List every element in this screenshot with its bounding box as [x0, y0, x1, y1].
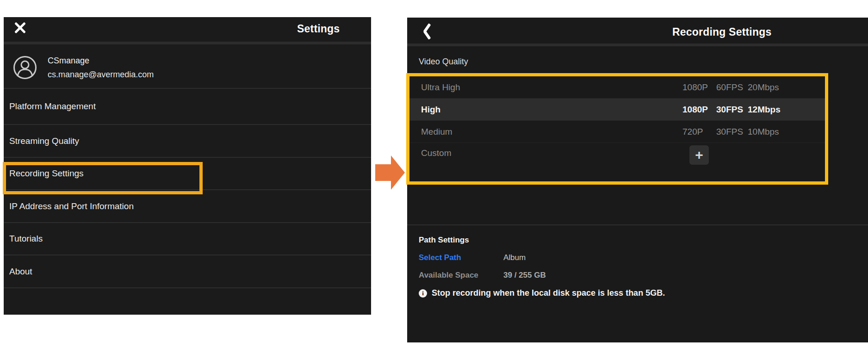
- disk-space-note-text: Stop recording when the local disk space…: [432, 288, 665, 298]
- profile-email: cs.manage@avermedia.com: [48, 70, 154, 80]
- quality-values: 1080P 30FPS 12Mbps: [682, 105, 781, 115]
- back-icon[interactable]: [422, 24, 432, 39]
- add-custom-quality-button[interactable]: +: [689, 145, 709, 165]
- menu-item-tutorials[interactable]: Tutorials: [4, 222, 371, 255]
- info-icon: i: [419, 289, 427, 298]
- quality-values: 1080P 60FPS 20Mbps: [682, 82, 779, 93]
- select-path-value: Album: [503, 253, 526, 262]
- disk-space-note: i Stop recording when the local disk spa…: [419, 288, 665, 298]
- menu-item-label: Tutorials: [9, 234, 43, 244]
- menu-item-recording-settings[interactable]: Recording Settings: [4, 157, 371, 189]
- quality-fps: 60FPS: [716, 82, 748, 93]
- quality-bitrate: 12Mbps: [748, 105, 781, 115]
- menu-spacer: [4, 287, 371, 313]
- quality-bitrate: 10Mbps: [748, 127, 779, 137]
- recording-settings-panel: Recording Settings Video Quality Ultra H…: [407, 18, 868, 342]
- available-space-label: Available Space: [419, 271, 478, 280]
- arrow-right-icon: [375, 155, 405, 190]
- menu-item-platform-management[interactable]: Platform Management: [4, 88, 371, 124]
- menu-item-ip-address-port[interactable]: IP Address and Port Information: [4, 189, 371, 222]
- account-profile[interactable]: CSmanage cs.manage@avermedia.com: [4, 46, 371, 88]
- recording-settings-header: Recording Settings: [407, 18, 868, 46]
- menu-item-label: Platform Management: [9, 101, 96, 112]
- quality-values: 720P 30FPS 10Mbps: [682, 127, 779, 137]
- quality-bitrate: 20Mbps: [748, 82, 779, 93]
- quality-name: Medium: [421, 127, 453, 137]
- menu-item-streaming-quality[interactable]: Streaming Quality: [4, 124, 371, 157]
- settings-menu: Platform Management Streaming Quality Re…: [4, 88, 371, 313]
- quality-option-high[interactable]: High 1080P 30FPS 12Mbps: [409, 98, 825, 120]
- path-settings-label: Path Settings: [419, 236, 469, 245]
- quality-fps: 30FPS: [716, 127, 748, 137]
- select-path-link[interactable]: Select Path: [419, 253, 461, 262]
- quality-name: High: [421, 105, 440, 115]
- close-icon[interactable]: [13, 21, 26, 34]
- quality-name: Ultra High: [421, 82, 460, 93]
- path-settings-section: Path Settings Select Path Album Availabl…: [407, 224, 868, 225]
- menu-item-label: Recording Settings: [9, 168, 84, 179]
- quality-option-medium[interactable]: Medium 720P 30FPS 10Mbps: [409, 120, 825, 143]
- profile-name: CSmanage: [48, 56, 89, 66]
- menu-item-label: Streaming Quality: [9, 136, 79, 146]
- menu-item-about[interactable]: About: [4, 255, 371, 287]
- quality-name: Custom: [421, 148, 451, 158]
- menu-item-label: IP Address and Port Information: [9, 201, 134, 211]
- quality-resolution: 720P: [682, 127, 716, 137]
- quality-option-ultra-high[interactable]: Ultra High 1080P 60FPS 20Mbps: [409, 76, 825, 98]
- menu-item-label: About: [9, 267, 32, 277]
- recording-settings-title: Recording Settings: [672, 26, 771, 38]
- quality-option-custom[interactable]: Custom +: [409, 143, 825, 181]
- quality-resolution: 1080P: [682, 105, 716, 115]
- avatar-icon: [13, 56, 37, 80]
- settings-title: Settings: [297, 23, 340, 35]
- quality-fps: 30FPS: [716, 105, 748, 115]
- settings-panel: Settings CSmanage cs.manage@avermedia.co…: [4, 17, 371, 315]
- settings-header: Settings: [4, 17, 371, 44]
- video-quality-label: Video Quality: [419, 57, 468, 67]
- video-quality-highlight-box: Ultra High 1080P 60FPS 20Mbps High 1080P…: [406, 73, 828, 185]
- quality-resolution: 1080P: [682, 82, 716, 93]
- available-space-value: 39 / 255 GB: [503, 271, 546, 280]
